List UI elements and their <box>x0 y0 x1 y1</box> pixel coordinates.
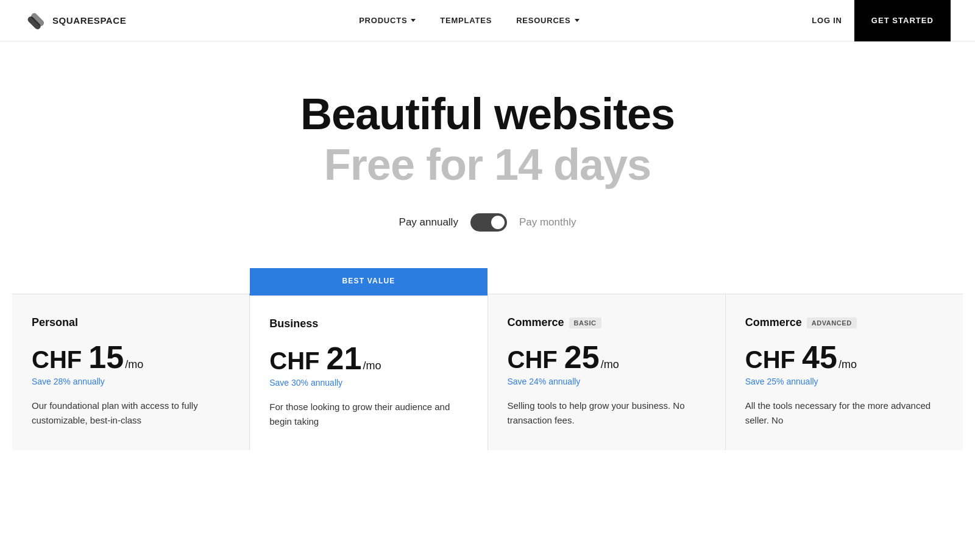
plan-price: 25 <box>564 341 600 373</box>
plan-name-row: Commerce ADVANCED <box>745 316 943 329</box>
plan-personal: Personal CHF 15 /mo Save 28% annually Ou… <box>12 294 249 450</box>
plan-price-row: CHF 25 /mo <box>508 341 706 373</box>
toggle-knob <box>491 216 505 229</box>
plan-name: Business <box>269 317 318 330</box>
plan-currency: CHF <box>508 347 564 372</box>
plan-commerce-advanced: Commerce ADVANCED CHF 45 /mo Save 25% an… <box>725 294 963 450</box>
plan-name-row: Commerce BASIC <box>508 316 706 329</box>
plan-name: Commerce <box>745 316 802 329</box>
plan-save: Save 28% annually <box>32 377 230 386</box>
plan-commerce-basic: Commerce BASIC CHF 25 /mo Save 24% annua… <box>488 294 725 450</box>
plan-currency: CHF <box>32 347 88 372</box>
logo-text: SQUARESPACE <box>52 15 126 26</box>
plan-save: Save 30% annually <box>269 378 467 388</box>
plan-per-mo: /mo <box>125 358 143 371</box>
pay-monthly-label: Pay monthly <box>519 216 576 229</box>
hero-title: Beautiful websites <box>24 90 951 138</box>
get-started-button[interactable]: GET STARTED <box>854 0 951 41</box>
nav-center: PRODUCTS TEMPLATES RESOURCES <box>359 16 579 25</box>
logo[interactable]: SQUARESPACE <box>24 10 126 32</box>
plan-price-row: CHF 15 /mo <box>32 341 230 373</box>
plan-description: Selling tools to help grow your business… <box>508 399 706 427</box>
plan-per-mo: /mo <box>363 360 381 372</box>
plan-per-mo: /mo <box>838 358 857 371</box>
billing-toggle[interactable] <box>470 213 507 232</box>
chevron-down-icon-resources <box>575 19 580 22</box>
plan-badge: BASIC <box>569 317 601 328</box>
nav-templates[interactable]: TEMPLATES <box>440 16 492 25</box>
plans-row: Personal CHF 15 /mo Save 28% annually Ou… <box>0 294 975 450</box>
plan-per-mo: /mo <box>601 358 619 371</box>
best-value-banner: BEST VALUE <box>250 268 488 294</box>
plan-save: Save 25% annually <box>745 377 943 386</box>
plan-save: Save 24% annually <box>508 377 706 386</box>
nav-resources[interactable]: RESOURCES <box>516 16 579 25</box>
plan-currency: CHF <box>269 349 326 373</box>
plan-description: All the tools necessary for the more adv… <box>745 399 943 427</box>
plan-price: 21 <box>327 342 362 374</box>
plan-price: 45 <box>802 341 837 373</box>
nav-right: LOG IN GET STARTED <box>812 0 951 41</box>
login-button[interactable]: LOG IN <box>812 16 842 25</box>
plan-name-row: Business <box>269 317 467 330</box>
plan-price: 15 <box>88 341 124 373</box>
plan-name: Commerce <box>508 316 564 329</box>
pricing-section: BEST VALUE Personal CHF 15 /mo Save 28% … <box>0 268 975 450</box>
chevron-down-icon <box>411 19 416 22</box>
plan-price-row: CHF 45 /mo <box>745 341 943 373</box>
plan-description: Our foundational plan with access to ful… <box>32 399 230 427</box>
plan-name-row: Personal <box>32 316 230 329</box>
plan-badge: ADVANCED <box>807 317 857 328</box>
plan-currency: CHF <box>745 347 802 372</box>
plan-business: Business CHF 21 /mo Save 30% annually Fo… <box>249 294 487 450</box>
plan-name: Personal <box>32 316 78 329</box>
plan-price-row: CHF 21 /mo <box>269 342 467 374</box>
nav-products[interactable]: PRODUCTS <box>359 16 416 25</box>
logo-icon <box>24 10 46 32</box>
billing-toggle-section: Pay annually Pay monthly <box>24 213 951 232</box>
hero-section: Beautiful websites Free for 14 days Pay … <box>0 41 975 268</box>
pay-annually-label: Pay annually <box>399 216 458 229</box>
plan-description: For those looking to grow their audience… <box>269 400 467 428</box>
hero-subtitle: Free for 14 days <box>24 141 951 189</box>
best-value-row: BEST VALUE <box>0 268 975 294</box>
navigation: SQUARESPACE PRODUCTS TEMPLATES RESOURCES… <box>0 0 975 41</box>
